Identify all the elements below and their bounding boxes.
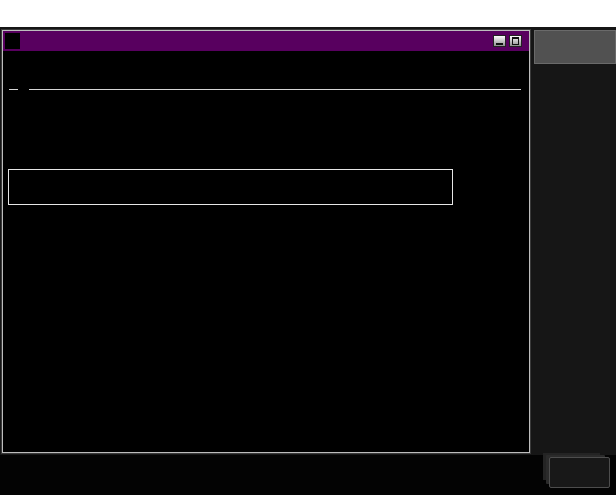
more-menu-button[interactable]	[549, 457, 610, 488]
instrument-screen	[0, 27, 616, 495]
osa-window	[2, 30, 530, 453]
spectrum-trace-svg	[78, 218, 521, 404]
window-titlebar	[3, 31, 529, 51]
bottom-menu-bar	[0, 455, 616, 495]
status-panel	[8, 169, 453, 205]
trace-marker-legend	[3, 427, 529, 442]
minimize-button[interactable]	[493, 35, 506, 47]
datetime-panel	[534, 30, 616, 64]
maximize-button[interactable]	[509, 35, 522, 47]
spectrum-plot	[78, 218, 521, 404]
test-section-divider	[9, 83, 521, 96]
anritsu-logo-icon	[5, 33, 20, 49]
